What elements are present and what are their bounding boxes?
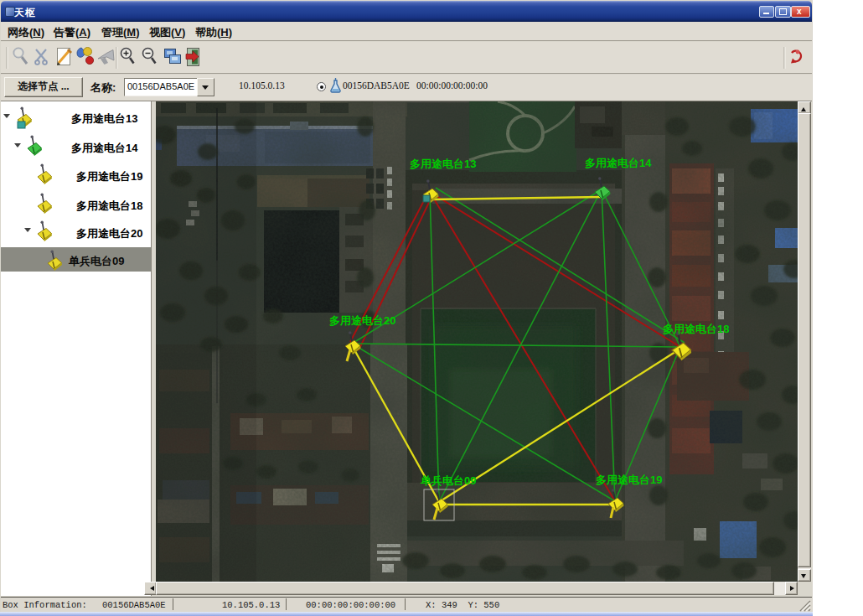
svg-text:多用途电台19: 多用途电台19	[596, 474, 662, 486]
svg-text:单兵电台09: 单兵电台09	[420, 474, 476, 487]
svg-text:多用途电台20: 多用途电台20	[329, 314, 395, 327]
svg-text:多用途电台14: 多用途电台14	[585, 157, 652, 169]
svg-text:多用途电台18: 多用途电台18	[663, 323, 729, 335]
svg-text:多用途电台13: 多用途电台13	[410, 158, 476, 170]
